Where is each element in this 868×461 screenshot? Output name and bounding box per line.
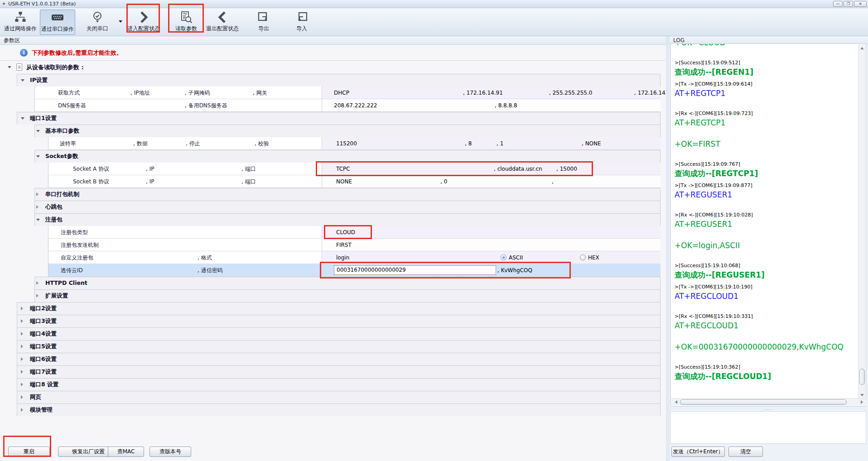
tree-section-Socket参数[interactable]: Socket参数	[0, 150, 666, 163]
expand-arrow-icon[interactable]	[21, 395, 23, 399]
param-value[interactable]: , 0	[440, 175, 447, 188]
param-value[interactable]: , 8	[465, 137, 472, 150]
param-row[interactable]: 波特率, 数据, 停止, 校验115200, 8, 1, NONE	[0, 137, 666, 150]
clear-button[interactable]: 清空	[728, 447, 763, 457]
expand-arrow-icon[interactable]	[21, 408, 23, 412]
param-row[interactable]: 注册包类型CLOUD	[0, 226, 666, 239]
param-value[interactable]: NONE	[336, 175, 352, 188]
tree-section-注册包[interactable]: 注册包	[0, 213, 666, 226]
expand-arrow-icon[interactable]	[21, 307, 23, 310]
cloud-id-input[interactable]: 00031670000000000029	[334, 265, 496, 275]
expand-arrow-icon[interactable]	[21, 383, 23, 386]
param-row[interactable]: 透传云ID, 通信密码00031670000000000029, KvWhgCO…	[0, 264, 666, 277]
maximize-button[interactable]: ❐	[844, 1, 853, 7]
param-value[interactable]: CLOUD	[336, 226, 355, 239]
restart-button[interactable]: 重启	[8, 447, 50, 457]
tree-section-串口打包机制[interactable]: 串口打包机制	[0, 188, 666, 201]
scroll-up-icon[interactable]	[858, 44, 866, 52]
param-row[interactable]: 获取方式, IP地址, 子网掩码, 网关DHCP, 172.16.14.91, …	[0, 86, 666, 99]
param-row[interactable]: Socket A 协议, IP, 端口TCPC, clouddata.usr.c…	[0, 163, 666, 175]
tree-section-网页[interactable]: 网页	[0, 391, 666, 403]
log-splitter-handle[interactable]: ......	[670, 407, 866, 411]
expand-arrow-icon[interactable]	[21, 332, 23, 336]
tree-section-端口6设置[interactable]: 端口6设置	[0, 353, 666, 365]
param-value[interactable]: , 15000	[556, 163, 577, 175]
param-row[interactable]: 自定义注册包, 格式loginASCIIHEX	[0, 251, 666, 264]
tree-section-端口4设置[interactable]: 端口4设置	[0, 327, 666, 340]
collapse-arrow-icon[interactable]	[21, 117, 24, 120]
param-row[interactable]: Socket B 协议, IP, 端口NONE, 0,	[0, 175, 666, 188]
param-value[interactable]: , clouddata.usr.cn	[494, 163, 542, 175]
param-value[interactable]: , 172.16.14.1	[634, 86, 670, 99]
send-button[interactable]: 发送（Ctrl+Enter）	[671, 447, 725, 457]
radio-hex[interactable]	[580, 255, 586, 260]
tree-section-端口7设置[interactable]: 端口7设置	[0, 365, 666, 378]
toolbar-button-import[interactable]: 导入	[286, 10, 317, 35]
collapse-arrow-icon[interactable]	[36, 130, 40, 132]
toolbar-button-exit-config[interactable]: 退出配置状态	[205, 10, 240, 35]
expand-arrow-icon[interactable]	[36, 192, 39, 196]
collapse-arrow-icon[interactable]	[8, 66, 11, 68]
vertical-scroll-thumb[interactable]	[859, 369, 865, 385]
param-row[interactable]: 注册包发送机制FIRST	[0, 239, 666, 251]
param-row[interactable]: DNS服务器, 备用DNS服务器208.67.222.222, 8.8.8.8	[0, 99, 666, 112]
radio-ascii[interactable]	[501, 255, 506, 260]
tree-section-心跳包[interactable]: 心跳包	[0, 201, 666, 213]
minimize-button[interactable]: —	[833, 1, 843, 7]
collapse-arrow-icon[interactable]	[21, 79, 24, 82]
check-version-button[interactable]: 查版本号	[149, 447, 191, 457]
scroll-down-icon[interactable]	[858, 391, 866, 399]
param-value[interactable]: 208.67.222.222	[334, 99, 377, 112]
toolbar-button-read-params[interactable]: 读取参数	[169, 10, 203, 35]
panel-splitter[interactable]	[666, 45, 670, 461]
param-value[interactable]: , 1	[497, 137, 503, 150]
expand-arrow-icon[interactable]	[21, 357, 23, 361]
tree-section-端口8 设置[interactable]: 端口8 设置	[0, 378, 666, 391]
scroll-right-icon[interactable]	[858, 399, 865, 406]
param-value[interactable]: , 8.8.8.8	[495, 99, 517, 112]
expand-arrow-icon[interactable]	[36, 205, 39, 209]
collapse-arrow-icon[interactable]	[36, 219, 40, 221]
tree-section-端口3设置[interactable]: 端口3设置	[0, 315, 666, 327]
expand-arrow-icon[interactable]	[21, 319, 23, 323]
dropdown-caret-icon[interactable]	[119, 20, 122, 23]
log-vertical-scrollbar[interactable]	[858, 44, 865, 399]
expand-arrow-icon[interactable]	[21, 370, 23, 374]
tree-section-IP设置[interactable]: IP设置	[0, 74, 666, 86]
param-value[interactable]: DHCP	[334, 86, 349, 99]
tree-section-端口1设置[interactable]: 端口1设置	[0, 112, 666, 125]
send-input[interactable]	[670, 411, 866, 444]
param-value[interactable]: FIRST	[336, 239, 352, 251]
tree-section-HTTPD Client[interactable]: HTTPD Client	[0, 277, 666, 289]
tree-section-基本串口参数[interactable]: 基本串口参数	[0, 125, 666, 137]
collapse-arrow-icon[interactable]	[36, 155, 40, 158]
tree-section-扩展设置[interactable]: 扩展设置	[0, 289, 666, 302]
expand-arrow-icon[interactable]	[36, 294, 39, 298]
toolbar-button-close-serial[interactable]: 关闭串口	[78, 10, 117, 35]
tree-section-端口5设置[interactable]: 端口5设置	[0, 340, 666, 353]
param-value[interactable]: login	[336, 251, 349, 264]
serial-port-icon	[40, 10, 75, 25]
param-value[interactable]: , 255.255.255.0	[549, 86, 592, 99]
param-value[interactable]: TCPC	[336, 163, 350, 175]
toolbar-button-net[interactable]: 通过网络操作	[1, 10, 40, 35]
toolbar-button-serial[interactable]: 通过串口操作	[40, 10, 75, 35]
toolbar-button-export[interactable]: 导出	[248, 10, 279, 35]
scroll-left-icon[interactable]	[672, 399, 680, 406]
toolbar-button-enter-config[interactable]: 进入配置状态	[127, 10, 160, 35]
param-value[interactable]: , KvWhgCOQ	[497, 264, 532, 277]
tree-section-端口2设置[interactable]: 端口2设置	[0, 302, 666, 315]
param-value[interactable]: , 172.16.14.91	[463, 86, 503, 99]
expand-arrow-icon[interactable]	[36, 281, 39, 285]
window-controls: — ❐ ✕	[833, 1, 867, 7]
param-value[interactable]: , NONE	[582, 137, 601, 150]
check-mac-button[interactable]: 查MAC	[108, 447, 144, 457]
param-value[interactable]: 115200	[336, 137, 357, 150]
log-horizontal-scrollbar[interactable]	[671, 398, 866, 406]
tree-section-模块管理[interactable]: 模块管理	[0, 403, 666, 416]
param-value[interactable]: ,	[552, 175, 554, 188]
expand-arrow-icon[interactable]	[21, 345, 23, 348]
horizontal-scroll-thumb[interactable]	[680, 399, 847, 405]
close-button[interactable]: ✕	[854, 1, 867, 7]
tree-root-row[interactable]: ≣ 从设备读取到的参数 :	[0, 61, 666, 74]
